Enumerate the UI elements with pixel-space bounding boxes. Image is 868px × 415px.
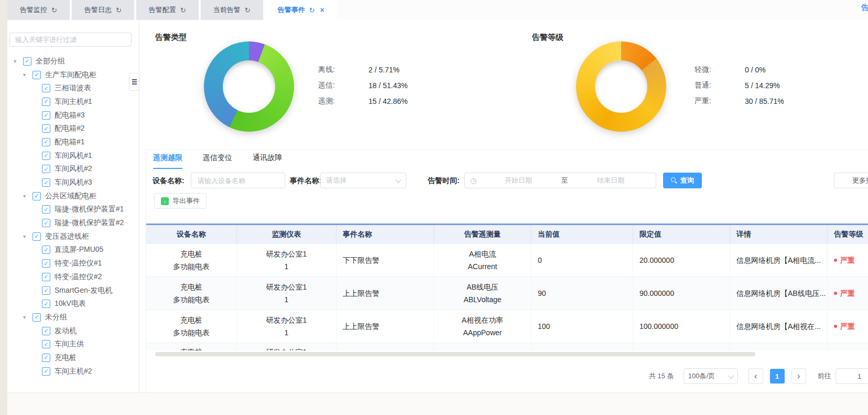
tab-telemetry-limit[interactable]: 遥测越限: [153, 151, 182, 169]
tree-item[interactable]: ▾✓公共区域配电柜: [7, 189, 139, 203]
tree-item[interactable]: ▾✓生产车间配电柜: [7, 68, 139, 82]
tab-signal-change[interactable]: 遥信变位: [203, 151, 232, 169]
tree-item[interactable]: ✓特变-温控仪#1: [7, 257, 139, 270]
checkbox-checked[interactable]: ✓: [42, 273, 50, 281]
device-name-input[interactable]: [191, 173, 285, 188]
alarm-events-page: 告警监控↻告警日志↻告警配置↻当前告警↻告警事件↻× 告 ▾✓全部分组▾✓生产车…: [0, 0, 868, 415]
checkbox-checked[interactable]: ✓: [42, 205, 50, 214]
export-events-button[interactable]: ↓ 导出事件: [154, 193, 207, 209]
more-actions-button[interactable]: 更多操作: [834, 173, 868, 188]
expand-arrow-icon[interactable]: ▾: [14, 58, 23, 64]
checkbox-checked[interactable]: ✓: [42, 340, 50, 348]
event-name-select[interactable]: 请选择: [320, 173, 406, 188]
expand-arrow-icon[interactable]: ▾: [23, 314, 32, 320]
checkbox-checked[interactable]: ✓: [32, 71, 41, 79]
start-date-placeholder[interactable]: 开始日期: [479, 176, 558, 185]
checkbox-checked[interactable]: ✓: [42, 98, 50, 106]
tree-item[interactable]: ✓10kV电表: [7, 297, 139, 311]
checkbox-checked[interactable]: ✓: [42, 327, 50, 335]
window-tab[interactable]: 告警事件↻×: [265, 0, 337, 20]
tree-item-label: 充电桩: [55, 353, 77, 363]
checkbox-checked[interactable]: ✓: [42, 165, 50, 173]
tree-item[interactable]: ▾✓变压器进线柜: [7, 230, 139, 243]
checkbox-checked[interactable]: ✓: [42, 84, 50, 92]
tab-comm-fault[interactable]: 通讯故障: [253, 151, 282, 169]
tree-item[interactable]: ✓配电箱#3: [7, 109, 139, 122]
severity-badge: 严重: [834, 287, 868, 300]
total-count: 共 15 条: [649, 371, 674, 381]
tree-filter-input[interactable]: [9, 33, 132, 47]
window-tab[interactable]: 告警日志↻: [72, 0, 134, 20]
checkbox-checked[interactable]: ✓: [42, 111, 50, 120]
horizontal-scrollbar[interactable]: [155, 352, 755, 356]
table-cell: 下下限告警: [337, 244, 434, 276]
table-cell: A相视在功率AAppPower: [434, 310, 531, 343]
cell-line: 充电桩: [180, 248, 202, 260]
tree-item[interactable]: ✓SmartGen-发电机: [7, 284, 139, 297]
checkbox-checked[interactable]: ✓: [42, 286, 50, 295]
tree-item[interactable]: ✓车间风机#2: [7, 163, 139, 176]
clock-icon: ◷: [470, 176, 476, 185]
checkbox-checked[interactable]: ✓: [42, 259, 50, 268]
checkbox-checked[interactable]: ✓: [32, 232, 41, 241]
alarm-time-range-picker[interactable]: ◷ 开始日期 至 结束日期: [464, 173, 656, 188]
next-page-button[interactable]: ›: [791, 368, 806, 384]
alarm-level-legend: 轻微:0 / 0%普通:5 / 14.29%严重:30 / 85.71%: [695, 62, 784, 109]
refresh-icon[interactable]: ↻: [245, 6, 251, 14]
checkbox-checked[interactable]: ✓: [42, 246, 50, 254]
expand-arrow-icon[interactable]: ▾: [23, 233, 32, 239]
query-button[interactable]: 查询: [663, 173, 702, 188]
page-size-select[interactable]: 100条/页: [683, 368, 738, 384]
tree-item[interactable]: ✓车间主供: [7, 337, 139, 351]
cell-line: 多功能电表: [173, 326, 210, 339]
tree-item[interactable]: ✓充电桩: [7, 351, 139, 365]
refresh-icon[interactable]: ↻: [51, 6, 57, 14]
tree-item[interactable]: ▾✓全部分组: [7, 55, 139, 68]
expand-arrow-icon[interactable]: ▾: [23, 72, 32, 78]
collapse-sidebar-handle[interactable]: [129, 73, 139, 91]
checkbox-checked[interactable]: ✓: [42, 124, 50, 133]
tree-item[interactable]: ✓车间风机#1: [7, 149, 139, 163]
tree-item[interactable]: ▾✓未分组: [7, 311, 139, 324]
end-date-placeholder[interactable]: 结束日期: [571, 176, 650, 185]
table-cell: 上上限告警: [337, 277, 434, 310]
tree-item[interactable]: ✓车间主机#2: [7, 365, 139, 378]
checkbox-checked[interactable]: ✓: [42, 367, 50, 376]
legend-row: 遥信:18 / 51.43%: [318, 78, 408, 93]
window-tab[interactable]: 当前告警↻: [201, 0, 263, 20]
checkbox-checked[interactable]: ✓: [42, 152, 50, 160]
checkbox-checked[interactable]: ✓: [42, 138, 50, 146]
tree-item[interactable]: ✓特变-温控仪#2: [7, 270, 139, 284]
close-icon[interactable]: ×: [320, 6, 324, 14]
expand-arrow-icon[interactable]: ▾: [23, 193, 32, 199]
events-panel: 遥测越限 遥信变位 通讯故障 设备名称: 事件名称: 请选择 告警时间: ◷ 开…: [146, 150, 868, 393]
tree-item[interactable]: ✓瑞捷-微机保护装置#2: [7, 216, 139, 230]
collapse-icon: [132, 81, 137, 82]
current-page-button[interactable]: 1: [770, 369, 785, 384]
table-row: 充电桩多功能电表研发办公室11下下限告警A相电流ACurrent020.0000…: [146, 244, 868, 277]
tree-item[interactable]: ✓直流屏-PMU05: [7, 243, 139, 257]
refresh-icon[interactable]: ↻: [180, 6, 186, 14]
prev-page-button[interactable]: ‹: [748, 368, 763, 384]
refresh-icon[interactable]: ↻: [309, 6, 315, 14]
window-tab[interactable]: 告警监控↻: [7, 0, 70, 20]
tree-item[interactable]: ✓发动机: [7, 324, 139, 338]
checkbox-checked[interactable]: ✓: [42, 219, 50, 227]
tree-item[interactable]: ✓车间风机#3: [7, 176, 139, 189]
tree-item[interactable]: ✓车间主机#1: [7, 95, 139, 109]
tree-item[interactable]: ✓配电箱#1: [7, 135, 139, 149]
donut-hole: [223, 60, 275, 113]
checkbox-checked[interactable]: ✓: [32, 313, 41, 322]
tree-item[interactable]: ✓配电箱#2: [7, 122, 139, 135]
checkbox-checked[interactable]: ✓: [42, 300, 50, 308]
goto-page-input[interactable]: [836, 368, 868, 384]
tree-item[interactable]: ✓瑞捷-微机保护装置#1: [7, 203, 139, 217]
tree-item[interactable]: ✓三相谐波表: [7, 81, 139, 95]
checkbox-checked[interactable]: ✓: [42, 178, 50, 187]
refresh-icon[interactable]: ↻: [116, 6, 122, 14]
checkbox-checked[interactable]: ✓: [32, 192, 41, 200]
window-tab[interactable]: 告警配置↻: [136, 0, 199, 20]
checkbox-checked[interactable]: ✓: [23, 57, 31, 66]
legend-value: 5 / 14.29%: [745, 81, 780, 90]
checkbox-checked[interactable]: ✓: [42, 354, 50, 362]
